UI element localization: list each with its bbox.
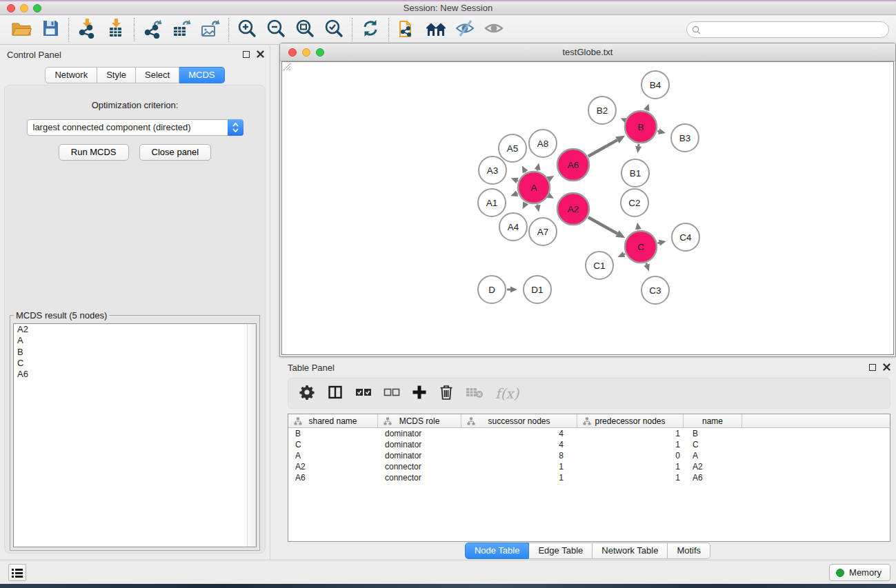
export-table-button[interactable] xyxy=(167,17,196,43)
node-A4[interactable]: A4 xyxy=(499,213,527,241)
task-history-button[interactable] xyxy=(8,564,26,581)
zoom-out-icon xyxy=(266,18,286,41)
mcds-result-item[interactable]: A xyxy=(14,335,256,346)
node-B2[interactable]: B2 xyxy=(588,97,616,124)
node-B3[interactable]: B3 xyxy=(671,124,699,152)
deselect-all-rows-icon[interactable] xyxy=(384,387,400,400)
eye-button[interactable] xyxy=(479,17,508,43)
node-label: A2 xyxy=(568,204,579,214)
export-image-button[interactable] xyxy=(196,17,225,43)
export-network-button[interactable] xyxy=(138,17,167,43)
mcds-result-item[interactable]: C xyxy=(14,358,256,369)
add-column-icon[interactable] xyxy=(412,385,427,403)
close-view-icon[interactable] xyxy=(288,48,297,57)
edge-C-C1[interactable] xyxy=(624,254,626,254)
criterion-dropdown[interactable]: largest connected component (directed) xyxy=(27,119,243,136)
tab-edge-table[interactable]: Edge Table xyxy=(529,543,593,559)
tab-style[interactable]: Style xyxy=(97,67,136,83)
node-C1[interactable]: C1 xyxy=(586,252,613,279)
zoom-in-button[interactable] xyxy=(232,17,261,43)
node-A8[interactable]: A8 xyxy=(529,130,557,157)
node-C2[interactable]: C2 xyxy=(621,189,648,216)
tab-motifs[interactable]: Motifs xyxy=(668,543,710,559)
edge-C-C3[interactable] xyxy=(646,263,647,265)
float-table-panel-icon[interactable] xyxy=(869,364,876,371)
node-B1[interactable]: B1 xyxy=(621,159,649,187)
run-mcds-button[interactable]: Run MCDS xyxy=(59,144,129,161)
node-C3[interactable]: C3 xyxy=(641,276,669,304)
network-window-titlebar[interactable]: testGlobe.txt xyxy=(280,43,895,61)
search-input[interactable] xyxy=(704,23,888,36)
function-builder-icon[interactable]: f(x) xyxy=(495,385,519,402)
houses-button[interactable] xyxy=(421,17,450,43)
tab-node-table[interactable]: Node Table xyxy=(465,543,530,559)
table-row[interactable]: Adominator80A xyxy=(288,450,890,461)
node-label: B xyxy=(637,122,644,132)
node-A1[interactable]: A1 xyxy=(478,189,506,216)
close-table-panel-icon[interactable] xyxy=(883,363,890,371)
resize-grip-icon[interactable] xyxy=(282,62,291,71)
close-panel-icon[interactable] xyxy=(257,50,264,58)
node-A5[interactable]: A5 xyxy=(499,134,526,162)
close-panel-button[interactable]: Close panel xyxy=(139,144,212,161)
import-table-button[interactable] xyxy=(101,17,130,43)
column-header-predecessor-nodes[interactable]: predecessor nodes xyxy=(577,414,684,427)
network-canvas[interactable]: B4B2BB3A8A5A6A3B1AA1C2A2A4A7C4CC1DD1C3 xyxy=(281,61,894,355)
column-header-MCDS-role[interactable]: MCDS role xyxy=(378,414,461,427)
edge-C-C4[interactable] xyxy=(657,243,659,243)
delete-table-icon[interactable] xyxy=(466,386,484,401)
close-window-icon[interactable] xyxy=(7,4,15,12)
table-row[interactable]: Cdominator41C xyxy=(288,439,890,450)
column-header-shared-name[interactable]: shared name xyxy=(288,414,378,427)
edge-A2-C[interactable] xyxy=(588,217,617,234)
zoom-fit-button[interactable] xyxy=(290,17,319,43)
node-D[interactable]: D xyxy=(478,276,506,303)
mcds-result-list[interactable]: A2ABCA6 xyxy=(13,323,257,547)
float-panel-icon[interactable] xyxy=(243,51,250,58)
gear-icon[interactable] xyxy=(299,384,315,403)
table-row[interactable]: Bdominator41B xyxy=(288,428,890,439)
tab-select[interactable]: Select xyxy=(136,67,179,83)
minimize-view-icon[interactable] xyxy=(302,48,310,57)
zoom-window-icon[interactable] xyxy=(33,4,41,12)
zoom-selected-button[interactable] xyxy=(319,17,348,43)
tab-network-table[interactable]: Network Table xyxy=(593,543,668,559)
node-A2[interactable]: A2 xyxy=(557,193,589,225)
node-A6[interactable]: A6 xyxy=(557,149,589,181)
node-A3[interactable]: A3 xyxy=(479,156,506,184)
table-row[interactable]: A2connector11A2 xyxy=(288,461,890,472)
delete-column-icon[interactable] xyxy=(439,384,454,403)
table-cell: C xyxy=(288,440,378,449)
eye-slash-button[interactable] xyxy=(450,17,479,43)
zoom-out-button[interactable] xyxy=(261,17,290,43)
node-B[interactable]: B xyxy=(625,111,657,143)
mcds-result-item[interactable]: A2 xyxy=(14,324,256,335)
column-header-successor-nodes[interactable]: successor nodes xyxy=(461,414,577,427)
mcds-result-item[interactable]: B xyxy=(14,347,256,358)
node-C[interactable]: C xyxy=(625,231,657,263)
column-header-name[interactable]: name xyxy=(684,414,742,427)
network-view-window: testGlobe.txt B4B2BB3A8A5A6A3B1AA1C2A2A4… xyxy=(279,43,896,357)
edge-A6-B[interactable] xyxy=(588,140,617,156)
minimize-window-icon[interactable] xyxy=(20,4,28,12)
scrollbar-track[interactable] xyxy=(247,324,256,547)
zoom-view-icon[interactable] xyxy=(316,48,324,57)
search-box[interactable] xyxy=(686,21,889,38)
split-column-icon[interactable] xyxy=(327,384,344,403)
tab-network[interactable]: Network xyxy=(45,67,97,83)
document-share-button[interactable] xyxy=(392,17,421,43)
node-A7[interactable]: A7 xyxy=(529,218,557,245)
import-network-button[interactable] xyxy=(72,17,101,43)
memory-button[interactable]: Memory xyxy=(829,564,890,581)
mcds-result-item[interactable]: A6 xyxy=(14,369,256,380)
node-D1[interactable]: D1 xyxy=(524,276,551,303)
select-all-rows-icon[interactable] xyxy=(355,387,372,400)
table-row[interactable]: A6connector11A6 xyxy=(288,472,890,483)
node-A[interactable]: A xyxy=(518,172,550,203)
circular-arrows-button[interactable] xyxy=(356,17,385,43)
node-B4[interactable]: B4 xyxy=(641,71,669,99)
open-session-button[interactable] xyxy=(7,17,36,43)
node-C4[interactable]: C4 xyxy=(672,223,699,251)
save-session-button[interactable] xyxy=(36,17,65,43)
tab-mcds[interactable]: MCDS xyxy=(179,67,224,83)
